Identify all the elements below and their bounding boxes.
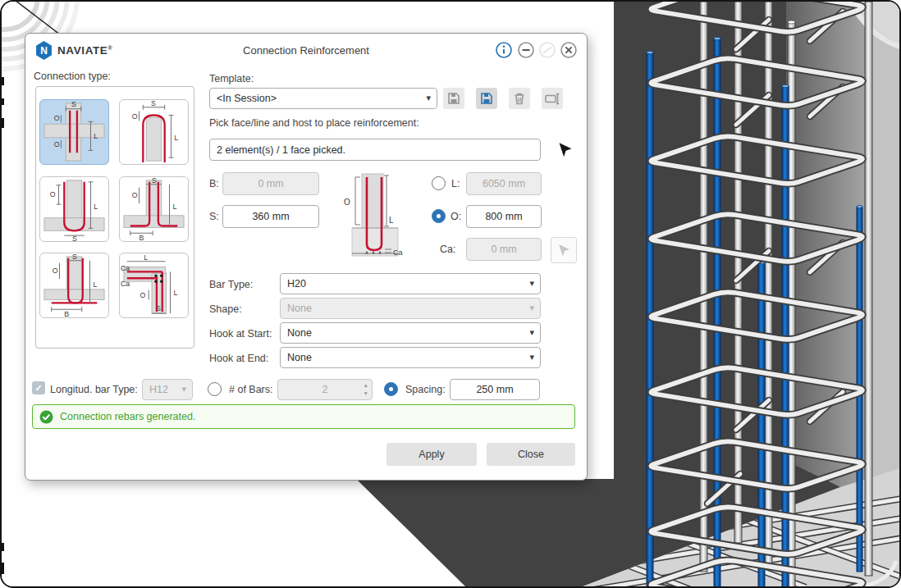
svg-text:S: S [151, 100, 156, 107]
svg-text:S: S [156, 304, 161, 312]
svg-text:B: B [139, 234, 144, 241]
brand-name: NAVIATE® [57, 44, 112, 57]
pick-status-value: 2 element(s) / 1 face picked. [217, 144, 345, 156]
status-message-bar: Connection rebars generated. [32, 404, 575, 429]
svg-text:L: L [172, 203, 176, 211]
b-label: B: [209, 178, 219, 189]
connection-type-option-4[interactable]: S O L B [119, 176, 189, 242]
num-bars-radio[interactable] [208, 382, 222, 396]
connection-type-label: Connection type: [34, 71, 111, 82]
close-icon[interactable] [560, 41, 578, 59]
svg-text:S: S [72, 253, 77, 261]
longitudinal-bar-label: Longitud. bar Type: [50, 384, 138, 395]
l-label: L: [451, 178, 460, 189]
svg-text:L: L [94, 132, 98, 140]
connection-type-2-icon: S O L [120, 100, 188, 164]
success-check-icon [39, 410, 53, 424]
num-bars-stepper[interactable]: 2 ▲▼ [277, 379, 373, 400]
pointer-arrow-icon [557, 142, 574, 158]
info-icon[interactable] [495, 41, 513, 59]
svg-text:O: O [132, 191, 138, 199]
svg-text:Ca: Ca [121, 264, 130, 272]
svg-text:O: O [50, 190, 56, 198]
brand-mark: ® [107, 45, 112, 51]
svg-text:O: O [139, 291, 145, 299]
longitudinal-bar-type-dropdown[interactable]: H12 [142, 379, 193, 400]
l-radio[interactable] [432, 176, 446, 190]
hook-at-end-dropdown[interactable]: None [280, 347, 541, 368]
spacing-radio[interactable] [384, 382, 398, 396]
rename-template-icon[interactable] [542, 88, 563, 109]
screen: N NAVIATE® Connection Reinforcement Conn… [0, 0, 901, 588]
connection-type-option-2[interactable]: S O L [119, 99, 189, 165]
svg-text:S: S [72, 235, 77, 241]
connection-type-4-icon: S O L B [120, 177, 188, 241]
svg-text:O: O [132, 112, 138, 121]
save-template-icon[interactable] [443, 88, 464, 109]
bar-type-label: Bar Type: [209, 279, 253, 290]
minimize-icon[interactable] [517, 41, 535, 59]
svg-text:L: L [94, 203, 98, 211]
o-label: O: [450, 211, 461, 222]
pick-status-field[interactable]: 2 element(s) / 1 face picked. [209, 139, 541, 161]
template-dropdown[interactable]: <In Session> [209, 88, 437, 109]
bar-type-dropdown[interactable]: H20 [280, 273, 541, 294]
connection-type-option-1[interactable]: S O O L [39, 99, 109, 165]
svg-text:L: L [144, 253, 148, 262]
svg-text:L: L [174, 134, 178, 142]
l-field[interactable]: 6050 mm [466, 172, 542, 195]
delete-template-icon[interactable] [509, 88, 530, 109]
hook-at-start-label: Hook at Start: [209, 328, 272, 340]
connection-type-option-5[interactable]: S O L B [39, 253, 109, 318]
pick-label: Pick face/line and host to place reinfor… [209, 117, 419, 129]
ca-label: Ca: [440, 244, 455, 255]
num-bars-label: # of Bars: [229, 384, 273, 395]
num-bars-value: 2 [322, 384, 328, 395]
connection-schematic-diagram: O L Ca [336, 169, 418, 264]
s-field[interactable]: 360 mm [222, 205, 319, 228]
connection-type-3-icon: O L S [40, 177, 108, 241]
svg-text:O: O [54, 114, 60, 122]
svg-text:L: L [173, 289, 177, 297]
connection-type-1-icon: S O O L [40, 100, 108, 164]
connection-type-option-3[interactable]: O L S [39, 176, 109, 242]
pointer-arrow-disabled-icon [557, 244, 571, 258]
apply-button[interactable]: Apply [386, 443, 477, 466]
shape-label: Shape: [209, 303, 242, 315]
svg-text:L: L [389, 216, 394, 225]
template-label: Template: [209, 73, 254, 84]
svg-text:Ca: Ca [121, 280, 130, 288]
svg-text:Ca: Ca [393, 248, 403, 257]
s-label: S: [209, 211, 219, 222]
naviate-logo-icon: N [35, 41, 53, 60]
b-field[interactable]: 0 mm [222, 172, 319, 195]
pick-ca-button[interactable] [551, 237, 577, 263]
connection-type-option-6[interactable]: L Ca Ca O L S [119, 253, 189, 318]
inactive-icon [538, 41, 556, 59]
hook-at-end-label: Hook at End: [209, 353, 268, 364]
svg-text:O: O [344, 198, 350, 207]
svg-text:S: S [152, 177, 157, 185]
logo-letter: N [40, 45, 48, 57]
close-button[interactable]: Close [487, 443, 575, 466]
spacing-label: Spacing: [405, 384, 446, 395]
ca-field[interactable]: 0 mm [466, 238, 542, 261]
o-radio[interactable] [432, 209, 446, 223]
shape-dropdown[interactable]: None [280, 298, 541, 319]
stepper-arrows-icon[interactable]: ▲▼ [364, 381, 368, 399]
o-field[interactable]: 800 mm [466, 205, 542, 228]
svg-text:L: L [93, 280, 97, 289]
pick-face-button[interactable] [552, 137, 579, 163]
template-value: <In Session> [217, 93, 277, 104]
hook-at-start-dropdown[interactable]: None [280, 322, 541, 344]
svg-text:O: O [53, 267, 58, 275]
connection-type-6-icon: L Ca Ca O L S [120, 253, 188, 317]
svg-text:S: S [71, 100, 76, 108]
spacing-field[interactable]: 250 mm [450, 379, 540, 400]
connection-type-5-icon: S O L B [40, 253, 108, 317]
status-message: Connection rebars generated. [60, 411, 195, 422]
connection-reinforcement-dialog: N NAVIATE® Connection Reinforcement Conn… [25, 33, 588, 481]
save-template-as-icon[interactable] [476, 88, 497, 109]
svg-text:O: O [54, 140, 60, 148]
longitudinal-bar-checkbox[interactable] [32, 381, 45, 394]
